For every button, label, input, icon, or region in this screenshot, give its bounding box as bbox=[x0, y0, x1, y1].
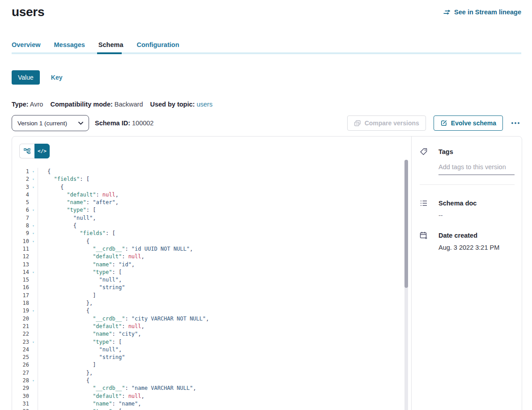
tab-schema[interactable]: Schema bbox=[98, 41, 123, 48]
fold-arrow-icon[interactable]: ▾ bbox=[29, 269, 38, 276]
fold-arrow-icon[interactable]: ▾ bbox=[29, 168, 38, 175]
code-text: "null", bbox=[38, 346, 122, 354]
stream-lineage-label: See in Stream lineage bbox=[454, 9, 521, 16]
tab-overview[interactable]: Overview bbox=[12, 41, 41, 48]
fold-arrow-icon[interactable]: ▾ bbox=[29, 377, 38, 384]
code-line: 13"name": "id", bbox=[12, 261, 411, 269]
code-text: "type": [ bbox=[38, 269, 122, 276]
evolve-schema-button[interactable]: Evolve schema bbox=[434, 115, 503, 131]
fold-spacer bbox=[29, 393, 38, 400]
add-tags-input[interactable] bbox=[438, 163, 515, 175]
schema-type: Type: Avro bbox=[12, 101, 43, 108]
code-scrollbar-thumb[interactable] bbox=[404, 160, 408, 288]
code-line: 28▾{ bbox=[12, 377, 411, 384]
compare-versions-button[interactable]: Compare versions bbox=[347, 115, 426, 131]
code-line: 22"name": "city", bbox=[12, 330, 411, 338]
code-view-button[interactable]: </> bbox=[34, 144, 50, 158]
schema-doc-section: Schema doc -- bbox=[420, 199, 515, 219]
tags-section: Tags bbox=[420, 148, 515, 175]
code-view-icon: </> bbox=[38, 148, 47, 154]
code-lines: 1▾{2▾"fields": [3▾{4"default": null,5"na… bbox=[12, 168, 411, 410]
code-text: "__crdb__": "name VARCHAR NULL", bbox=[38, 384, 196, 392]
list-icon bbox=[420, 199, 428, 207]
code-text: "name": "name", bbox=[38, 400, 141, 408]
code-line: 14▾"type": [ bbox=[12, 269, 411, 276]
code-line: 15"null", bbox=[12, 276, 411, 284]
code-text: "type": [ bbox=[38, 206, 96, 214]
fold-arrow-icon[interactable]: ▾ bbox=[29, 184, 38, 191]
tab-bar: Overview Messages Schema Configuration bbox=[12, 41, 521, 54]
stream-lineage-link[interactable]: See in Stream lineage bbox=[443, 9, 521, 16]
line-number: 24 bbox=[12, 346, 29, 354]
code-line: 11"__crdb__": "id UUID NOT NULL", bbox=[12, 245, 411, 253]
tab-configuration[interactable]: Configuration bbox=[136, 41, 179, 48]
code-line: 5"name": "after", bbox=[12, 199, 411, 206]
code-line: 2▾"fields": [ bbox=[12, 175, 411, 183]
value-toggle-button[interactable]: Value bbox=[12, 70, 40, 85]
fold-spacer bbox=[29, 261, 38, 269]
code-text: { bbox=[38, 184, 64, 191]
line-number: 13 bbox=[12, 261, 29, 269]
code-line: 20"__crdb__": "city VARCHAR NOT NULL", bbox=[12, 315, 411, 323]
code-line: 31"name": "name", bbox=[12, 400, 411, 408]
code-text: "__crdb__": "id UUID NOT NULL", bbox=[38, 245, 193, 253]
line-number: 2 bbox=[12, 175, 29, 183]
line-number: 5 bbox=[12, 199, 29, 206]
tags-heading: Tags bbox=[438, 148, 515, 156]
fold-arrow-icon[interactable]: ▾ bbox=[29, 408, 38, 410]
code-line: 27}, bbox=[12, 369, 411, 377]
code-text: }, bbox=[38, 369, 93, 377]
code-scrollbar-track[interactable] bbox=[404, 160, 408, 410]
version-select[interactable]: Version 1 (current) bbox=[12, 115, 89, 131]
version-bar: Version 1 (current) Schema ID: 100002 Co… bbox=[12, 115, 521, 131]
fold-arrow-icon[interactable]: ▾ bbox=[29, 238, 38, 245]
tree-view-button[interactable] bbox=[19, 144, 34, 158]
code-text: "default": null, bbox=[38, 191, 119, 199]
line-number: 26 bbox=[12, 361, 29, 369]
code-line: 18}, bbox=[12, 299, 411, 307]
line-number: 9 bbox=[12, 230, 29, 237]
calendar-plus-icon bbox=[420, 231, 428, 239]
code-line: 10▾{ bbox=[12, 238, 411, 245]
code-line: 8▾{ bbox=[12, 222, 411, 230]
code-text: "string" bbox=[38, 284, 125, 291]
fold-spacer bbox=[29, 361, 38, 369]
tree-view-icon bbox=[24, 148, 30, 154]
fold-arrow-icon[interactable]: ▾ bbox=[29, 222, 38, 230]
code-text: "type": [ bbox=[38, 338, 122, 346]
fold-spacer bbox=[29, 284, 38, 291]
schema-code-panel: </> 1▾{2▾"fields": [3▾{4"default": null,… bbox=[12, 137, 411, 410]
more-options-button[interactable] bbox=[510, 120, 521, 127]
code-line: 7"null", bbox=[12, 214, 411, 222]
code-line: 4"default": null, bbox=[12, 191, 411, 199]
line-number: 19 bbox=[12, 307, 29, 315]
line-number: 1 bbox=[12, 168, 29, 175]
line-number: 12 bbox=[12, 253, 29, 261]
code-text: "string" bbox=[38, 354, 125, 361]
fold-arrow-icon[interactable]: ▾ bbox=[29, 206, 38, 214]
fold-arrow-icon[interactable]: ▾ bbox=[29, 175, 38, 183]
topic-link[interactable]: users bbox=[196, 101, 212, 108]
line-number: 30 bbox=[12, 393, 29, 400]
line-number: 22 bbox=[12, 330, 29, 338]
fold-arrow-icon[interactable]: ▾ bbox=[29, 230, 38, 237]
code-text: { bbox=[38, 168, 51, 175]
code-line: 3▾{ bbox=[12, 184, 411, 191]
code-text: "__crdb__": "city VARCHAR NOT NULL", bbox=[38, 315, 209, 323]
key-toggle-button[interactable]: Key bbox=[51, 74, 63, 81]
fold-arrow-icon[interactable]: ▾ bbox=[29, 338, 38, 346]
fold-spacer bbox=[29, 292, 38, 299]
fold-arrow-icon[interactable]: ▾ bbox=[29, 307, 38, 315]
code-line: 32▾"type": [ bbox=[12, 408, 411, 410]
line-number: 15 bbox=[12, 276, 29, 284]
code-text: { bbox=[38, 238, 89, 245]
schema-page: users See in Stream lineage Overview Mes… bbox=[0, 4, 532, 410]
code-text: { bbox=[38, 377, 89, 384]
line-number: 21 bbox=[12, 323, 29, 330]
line-number: 32 bbox=[12, 408, 29, 410]
schema-doc-heading: Schema doc bbox=[438, 199, 515, 207]
code-text: "name": "id", bbox=[38, 261, 135, 269]
fold-spacer bbox=[29, 323, 38, 330]
tab-messages[interactable]: Messages bbox=[54, 41, 85, 48]
fold-spacer bbox=[29, 245, 38, 253]
